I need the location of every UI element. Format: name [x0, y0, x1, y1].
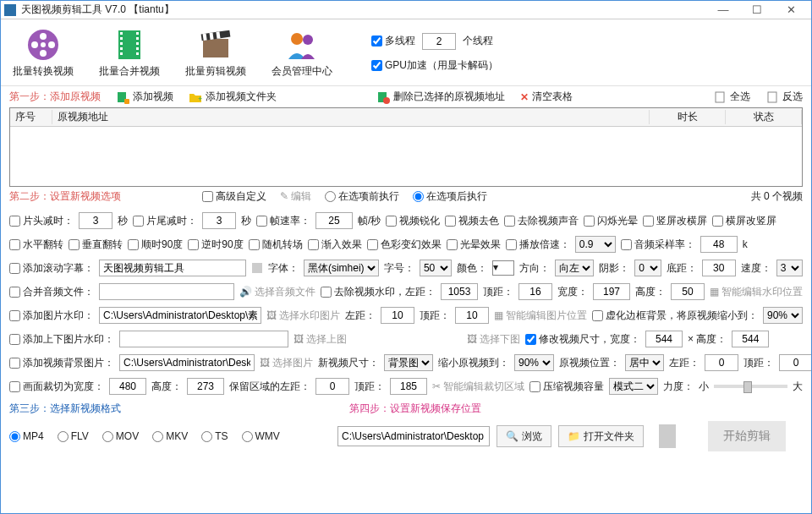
arate-input[interactable]	[700, 236, 738, 253]
smart-img-button[interactable]: ▦智能编辑图片位置	[494, 309, 587, 323]
compress-checkbox[interactable]: 压缩视频容量	[529, 380, 604, 394]
col-status[interactable]: 状态	[726, 110, 802, 124]
select-bottom-button[interactable]: 🖼选择下图	[467, 332, 520, 347]
select-audio-button[interactable]: 🔊选择音频文件	[239, 285, 315, 299]
format-wmv[interactable]: WMV	[242, 430, 280, 442]
keep-top-input[interactable]	[390, 378, 427, 395]
land2port-checkbox[interactable]: 竖屏改横屏	[643, 214, 707, 228]
random-transition-checkbox[interactable]: 随机转场	[249, 238, 303, 252]
subtitle-input[interactable]	[99, 260, 246, 276]
new-size-select[interactable]: 背景图	[384, 354, 433, 371]
edit-button[interactable]: ✎编辑	[280, 189, 311, 204]
col-seq[interactable]: 序号	[10, 110, 52, 124]
cw90-checkbox[interactable]: 顺时90度	[128, 238, 183, 252]
tool-batch-convert[interactable]: 批量转换视频	[9, 27, 77, 79]
crop-checkbox[interactable]: 画面裁切为宽度：	[9, 380, 104, 394]
col-path[interactable]: 原视频地址	[52, 110, 650, 124]
speed-checkbox[interactable]: 播放倍速：	[506, 238, 570, 252]
fade-checkbox[interactable]: 渐入效果	[308, 238, 362, 252]
fps-input[interactable]	[315, 212, 353, 229]
vflip-checkbox[interactable]: 垂直翻转	[69, 238, 123, 252]
select-bg-button[interactable]: 🖼选择图片	[260, 356, 313, 370]
advanced-checkbox[interactable]: 高级自定义	[202, 189, 266, 204]
font-select[interactable]: 黑体(simhei)	[304, 260, 379, 276]
add-folder-button[interactable]: + 添加视频文件夹	[189, 90, 277, 104]
subtitle-checkbox[interactable]: 添加滚动字幕：	[9, 261, 94, 276]
select-top-button[interactable]: 🖼选择上图	[294, 332, 347, 347]
crop-h-input[interactable]	[187, 378, 224, 395]
resize-w-input[interactable]	[645, 331, 683, 347]
crop-w-input[interactable]	[109, 378, 146, 395]
wm-left-input[interactable]	[381, 307, 414, 324]
invert-selection-button[interactable]: 反选	[765, 90, 803, 104]
format-mkv[interactable]: MKV	[152, 430, 188, 442]
open-folder-button[interactable]: 📁 打开文件夹	[558, 425, 644, 447]
shadow-select[interactable]: 0	[634, 260, 661, 276]
select-wm-button[interactable]: 🖼选择水印图片	[266, 309, 340, 323]
vborder-checkbox[interactable]: 虚化边框背景，将原视频缩小到：	[592, 309, 758, 323]
resize-checkbox[interactable]: 修改视频尺寸，宽度：	[525, 332, 640, 347]
sharpen-checkbox[interactable]: 视频锐化	[386, 214, 440, 228]
shrink-select[interactable]: 90%	[514, 354, 554, 371]
format-ts[interactable]: TS	[201, 430, 228, 442]
browse-button[interactable]: 🔍 浏览	[497, 425, 551, 447]
col-duration[interactable]: 时长	[650, 110, 726, 124]
tail-cut-checkbox[interactable]: 片尾减时：	[133, 214, 197, 228]
direction-select[interactable]: 向左	[555, 260, 594, 276]
maximize-button[interactable]: ☐	[740, 2, 774, 19]
tb-wm-input[interactable]	[119, 331, 288, 347]
smart-wm-button[interactable]: ▦智能编辑水印位置	[710, 285, 803, 299]
color-shift-checkbox[interactable]: 色彩变幻效果	[367, 238, 442, 252]
gpu-checkbox[interactable]: GPU加速（用显卡解码）	[371, 58, 498, 73]
exec-before-radio[interactable]: 在选项前执行	[325, 189, 399, 204]
bg-left-input[interactable]	[705, 354, 738, 371]
close-button[interactable]: ✕	[774, 2, 808, 19]
minimize-button[interactable]: —	[706, 2, 740, 19]
rm-w-input[interactable]	[593, 283, 630, 300]
remove-wm-checkbox[interactable]: 去除视频水印，左距：	[321, 285, 436, 299]
fontsize-select[interactable]: 50	[420, 260, 452, 276]
desaturate-checkbox[interactable]: 视频去色	[445, 214, 499, 228]
tail-cut-input[interactable]	[202, 212, 236, 229]
tb-wm-checkbox[interactable]: 添加上下图片水印：	[9, 332, 114, 347]
speed-select[interactable]: 0.9	[575, 236, 616, 253]
rm-top-input[interactable]	[518, 283, 552, 300]
start-button[interactable]: 开始剪辑	[708, 421, 786, 451]
format-mp4[interactable]: MP4	[9, 430, 44, 442]
port2land-checkbox[interactable]: 横屏改竖屏	[712, 214, 776, 228]
remove-audio-checkbox[interactable]: 去除视频声音	[504, 214, 579, 228]
add-bg-checkbox[interactable]: 添加视频背景图片：	[9, 356, 114, 370]
compress-select[interactable]: 模式二	[609, 378, 658, 395]
flash-checkbox[interactable]: 闪烁光晕	[584, 214, 638, 228]
tool-member-center[interactable]: 会员管理中心	[268, 27, 336, 79]
glow-checkbox[interactable]: 光晕效果	[447, 238, 501, 252]
multithread-checkbox[interactable]: 多线程	[371, 34, 415, 48]
head-cut-checkbox[interactable]: 片头减时：	[9, 214, 74, 228]
merge-audio-checkbox[interactable]: 合并音频文件：	[9, 285, 94, 299]
bg-top-input[interactable]	[779, 354, 812, 371]
smart-crop-button[interactable]: ✂智能编辑裁切区域	[432, 380, 524, 394]
add-img-wm-checkbox[interactable]: 添加图片水印：	[9, 309, 94, 323]
bg-path-input[interactable]	[119, 354, 255, 371]
delete-selected-button[interactable]: 删除已选择的原视频地址	[376, 90, 505, 104]
save-path-input[interactable]	[337, 426, 490, 446]
wm-path-input[interactable]	[99, 307, 261, 324]
hflip-checkbox[interactable]: 水平翻转	[9, 238, 63, 252]
format-mov[interactable]: MOV	[102, 430, 139, 442]
exec-after-radio[interactable]: 在选项后执行	[413, 189, 487, 204]
tool-batch-merge[interactable]: 批量合并视频	[96, 27, 163, 79]
keep-left-input[interactable]	[315, 378, 349, 395]
bottom-input[interactable]	[702, 260, 736, 276]
orig-pos-select[interactable]: 居中	[625, 354, 664, 371]
clear-table-button[interactable]: ✕ 清空表格	[520, 90, 573, 104]
vborder-select[interactable]: 90%	[763, 307, 803, 324]
select-all-button[interactable]: 全选	[713, 90, 750, 104]
color-picker[interactable]: ▾	[492, 260, 514, 276]
tool-batch-edit[interactable]: 批量剪辑视频	[182, 27, 250, 79]
subtitle-file-icon[interactable]	[251, 262, 263, 274]
rm-h-input[interactable]	[671, 283, 705, 300]
scroll-speed-select[interactable]: 3	[776, 260, 803, 276]
arate-checkbox[interactable]: 音频采样率：	[621, 238, 695, 252]
add-video-button[interactable]: 添加视频	[116, 90, 173, 104]
audio-path-input[interactable]	[99, 283, 234, 300]
